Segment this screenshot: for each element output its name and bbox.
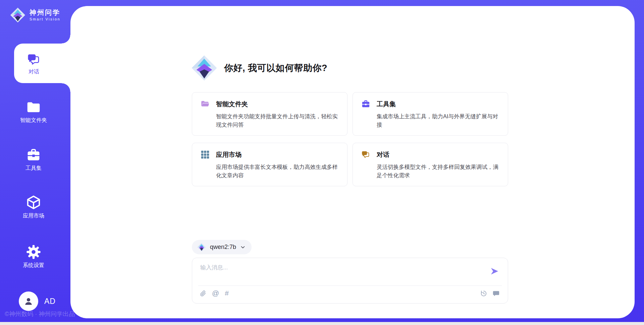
- user-name: AD: [44, 297, 56, 306]
- sidebar-item-chat[interactable]: 对话: [14, 44, 71, 83]
- composer-tools: @ #: [200, 289, 229, 297]
- sidebar-item-smart-folder[interactable]: 智能文件夹: [0, 100, 67, 123]
- toolbox-icon: [361, 100, 370, 109]
- model-logo-icon: [197, 243, 206, 252]
- sidebar-item-label: 对话: [29, 69, 39, 74]
- card-description: 集成市场上主流工具，助力AI与外界无缝扩展与对接: [377, 112, 500, 129]
- topic-icon[interactable]: #: [225, 289, 229, 297]
- history-icon[interactable]: [480, 290, 487, 297]
- toolbox-icon: [26, 148, 41, 162]
- message-input[interactable]: [200, 263, 486, 284]
- model-selector[interactable]: qwen2:7b: [192, 240, 252, 254]
- card-title: 对话: [377, 151, 389, 158]
- sidebar-item-label: 系统设置: [23, 263, 44, 268]
- feature-cards: 智能文件夹 智能文件夹功能支持批量文件上传与清洗，轻松实现文件问答 工具集 集成…: [192, 92, 508, 186]
- brand-logo: 神州问学 Smart Vision: [10, 7, 60, 23]
- folder-icon: [26, 100, 41, 115]
- gear-icon: [26, 244, 41, 260]
- sidebar-item-label: 工具集: [25, 166, 42, 171]
- card-title: 智能文件夹: [216, 101, 248, 107]
- card-app-market[interactable]: 应用市场 应用市场提供丰富长文本模板，助力高效生成多样化文章内容: [192, 143, 347, 186]
- cube-icon: [26, 195, 41, 210]
- chat-icon: [361, 150, 370, 159]
- assistant-logo-icon: [191, 55, 217, 81]
- card-smart-folder[interactable]: 智能文件夹 智能文件夹功能支持批量文件上传与清洗，轻松实现文件问答: [192, 92, 347, 136]
- card-description: 灵活切换多模型文件，支持多样回复效果调试，满足个性化需求: [377, 163, 500, 180]
- sidebar-item-label: 应用市场: [23, 213, 44, 218]
- composer-divider: [198, 285, 502, 286]
- card-toolbox[interactable]: 工具集 集成市场上主流工具，助力AI与外界无缝扩展与对接: [353, 92, 508, 136]
- brand-diamond-icon: [10, 7, 25, 23]
- attachment-icon[interactable]: [200, 290, 206, 297]
- composer-actions: [480, 290, 500, 297]
- horizontal-scrollbar[interactable]: [0, 322, 644, 325]
- sidebar-item-settings[interactable]: 系统设置: [0, 244, 67, 268]
- mention-icon[interactable]: @: [212, 289, 219, 297]
- chat-icon: [27, 53, 41, 67]
- card-description: 智能文件夹功能支持批量文件上传与清洗，轻松实现文件问答: [216, 112, 339, 129]
- welcome-header: 你好, 我可以如何帮助你?: [191, 55, 327, 81]
- user-account[interactable]: AD: [19, 291, 56, 311]
- tab-fillet-top: [62, 35, 70, 44]
- copyright: ©神州数码 · 神州问学出品: [5, 310, 75, 318]
- sidebar-item-toolbox[interactable]: 工具集: [0, 148, 67, 171]
- card-description: 应用市场提供丰富长文本模板，助力高效生成多样化文章内容: [216, 163, 339, 180]
- grid-cube-icon: [201, 150, 210, 159]
- model-name: qwen2:7b: [210, 244, 236, 251]
- card-chat[interactable]: 对话 灵活切换多模型文件，支持多样回复效果调试，满足个性化需求: [353, 143, 508, 186]
- feedback-icon[interactable]: [492, 290, 500, 297]
- folder-open-icon: [201, 100, 210, 109]
- message-composer: @ #: [192, 258, 508, 304]
- greeting-text: 你好, 我可以如何帮助你?: [224, 62, 327, 74]
- tab-fillet-bottom: [62, 83, 70, 92]
- brand-subtitle: Smart Vision: [30, 17, 60, 21]
- sidebar-item-label: 智能文件夹: [20, 118, 47, 123]
- sidebar-item-app-market[interactable]: 应用市场: [0, 195, 67, 218]
- card-title: 应用市场: [216, 151, 241, 158]
- avatar: [19, 291, 38, 311]
- send-icon[interactable]: [490, 267, 499, 276]
- person-icon: [23, 296, 34, 307]
- chevron-down-icon: [240, 245, 246, 250]
- brand-name: 神州问学: [30, 9, 60, 16]
- card-title: 工具集: [377, 101, 396, 107]
